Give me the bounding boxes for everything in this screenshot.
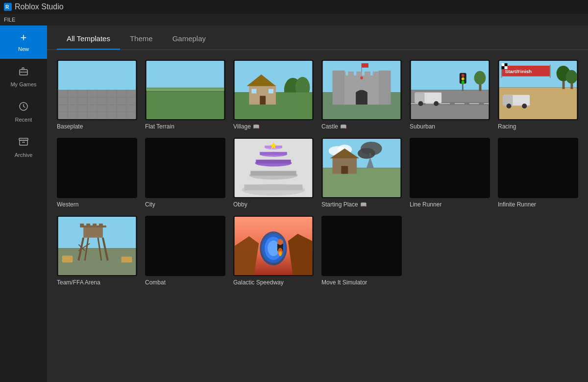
briefcase-icon [18,66,29,78]
menubar: FILE [0,14,588,25]
main-layout: + New My Games Recent [0,25,588,382]
template-thumb-galactic-speedway [233,216,314,276]
template-name-infinite-runner: Infinite Runner [498,201,578,208]
template-name-move-it-simulator: Move It Simulator [321,279,402,286]
template-thumb-infinite-runner [498,138,578,198]
template-village[interactable]: Village 📖 [233,60,314,130]
template-infinite-runner[interactable]: Infinite Runner [498,138,578,208]
svg-rect-89 [245,184,303,190]
sidebar-new-label: New [18,46,29,52]
svg-rect-47 [362,63,368,68]
svg-point-68 [474,71,486,85]
svg-rect-25 [147,89,224,91]
tab-all-templates[interactable]: All Templates [57,28,120,50]
template-suburban[interactable]: Suburban [410,60,490,130]
svg-rect-8 [58,61,136,90]
template-obby[interactable]: Obby [233,138,314,208]
template-thumb-castle [321,60,402,120]
svg-rect-55 [455,103,465,104]
svg-rect-121 [99,224,103,227]
book-icon-starting-place: 📖 [360,202,367,208]
template-name-obby: Obby [233,201,314,208]
svg-rect-24 [147,91,224,119]
titlebar: R Roblox Studio [0,0,588,14]
svg-point-61 [462,77,465,80]
svg-rect-78 [505,66,508,69]
templates-grid: Baseplate Flat [57,60,578,286]
template-flat-terrain[interactable]: Flat Terrain [145,60,225,130]
template-western[interactable]: Western [57,138,137,208]
svg-rect-93 [256,160,291,164]
svg-rect-34 [251,89,256,94]
svg-rect-91 [250,171,296,176]
template-name-line-runner: Line Runner [410,201,490,208]
template-name-castle: Castle 📖 [321,123,402,130]
template-team-ffa-arena[interactable]: Team/FFA Arena [57,216,137,286]
template-thumb-move-it-simulator [321,216,402,276]
template-name-village: Village 📖 [233,123,314,130]
file-menu[interactable]: FILE [4,17,15,23]
svg-rect-107 [341,166,348,174]
template-thumb-baseplate [57,60,137,120]
template-combat[interactable]: Combat [145,216,225,286]
template-name-baseplate: Baseplate [57,123,137,130]
tab-gameplay[interactable]: Gameplay [163,28,216,50]
svg-rect-56 [469,103,479,104]
template-galactic-speedway[interactable]: Galactic Speedway [233,216,314,286]
svg-point-134 [279,251,282,256]
sidebar-item-my-games[interactable]: My Games [0,59,47,94]
roblox-logo-icon: R [4,3,12,11]
svg-rect-43 [373,72,379,77]
svg-point-65 [418,101,423,106]
app-title: Roblox Studio [15,2,64,11]
svg-rect-22 [147,61,224,89]
svg-rect-33 [260,96,266,104]
svg-rect-120 [93,224,97,227]
template-castle[interactable]: Castle 📖 [321,60,402,130]
svg-point-81 [507,103,512,108]
clock-icon [18,101,29,114]
svg-point-82 [522,103,527,108]
template-thumb-suburban [410,60,490,120]
tab-theme[interactable]: Theme [120,28,163,50]
svg-rect-6 [20,140,27,145]
template-baseplate[interactable]: Baseplate [57,60,137,130]
svg-text:Start/Finish: Start/Finish [505,69,532,74]
svg-point-60 [462,74,465,77]
template-thumb-starting-place [321,138,402,198]
template-thumb-racing: Start/Finish [498,60,578,120]
template-move-it-simulator[interactable]: Move It Simulator [321,216,402,286]
template-racing[interactable]: Start/Finish [498,60,578,130]
svg-rect-75 [502,63,505,66]
svg-rect-44 [333,71,345,104]
plus-icon: + [21,32,27,43]
template-line-runner[interactable]: Line Runner [410,138,490,208]
template-name-city: City [145,201,225,208]
book-icon-village: 📖 [253,124,260,130]
sidebar-item-archive[interactable]: Archive [0,129,47,165]
svg-rect-35 [269,89,273,94]
svg-rect-45 [379,71,391,104]
svg-point-86 [566,70,577,84]
template-thumb-combat [145,216,225,276]
sidebar-item-recent[interactable]: Recent [0,94,47,129]
svg-rect-40 [348,72,354,77]
template-name-suburban: Suburban [410,123,490,130]
template-thumb-village [233,60,314,120]
svg-rect-119 [86,224,90,227]
sidebar-item-new[interactable]: + New [0,25,47,59]
sidebar: + New My Games Recent [0,25,47,382]
svg-point-132 [277,239,283,245]
svg-rect-122 [62,255,73,262]
svg-rect-42 [365,72,370,77]
svg-point-66 [434,101,439,106]
svg-rect-57 [484,103,489,104]
template-name-starting-place: Starting Place 📖 [321,201,402,208]
template-city[interactable]: City [145,138,225,208]
svg-rect-95 [260,152,287,155]
template-thumb-western [57,138,137,198]
template-starting-place[interactable]: Starting Place 📖 [321,138,402,208]
svg-text:R: R [5,4,9,10]
template-name-western: Western [57,201,137,208]
tabs-bar: All Templates Theme Gameplay [47,25,588,50]
